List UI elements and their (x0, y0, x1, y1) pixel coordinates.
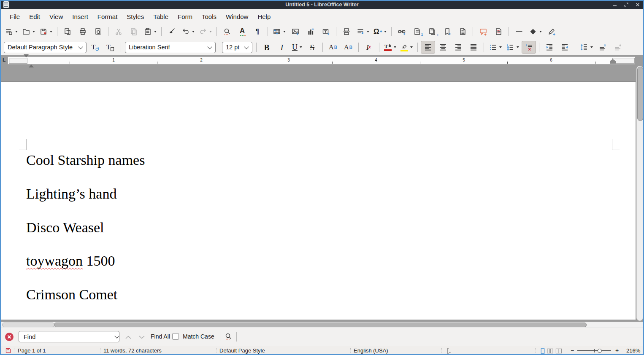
clone-formatting-button[interactable] (165, 25, 179, 38)
insert-text-box-button[interactable] (319, 25, 333, 38)
undo-button[interactable] (180, 25, 196, 38)
dropdown-arrow[interactable] (15, 31, 18, 32)
zoom-slider[interactable] (577, 350, 611, 351)
show-draw-functions-button[interactable] (544, 25, 559, 38)
find-all-button[interactable]: Find All (151, 333, 170, 340)
document-modified-icon[interactable] (5, 348, 11, 355)
dropdown-arrow[interactable] (32, 31, 35, 32)
document-page[interactable]: Cool Starship names Lighting’s hand Disc… (1, 82, 636, 320)
dropdown-arrow[interactable] (300, 46, 302, 48)
export-pdf-button[interactable] (60, 25, 75, 38)
menu-window[interactable]: Window (221, 11, 253, 22)
dropdown-arrow[interactable] (209, 31, 212, 32)
find-and-replace-button[interactable] (224, 332, 233, 341)
minimize-button[interactable] (612, 2, 618, 8)
document-line[interactable]: Cool Starship names (26, 153, 145, 167)
ordered-list-button[interactable] (504, 41, 521, 54)
single-page-view-button[interactable] (539, 348, 546, 355)
insert-image-button[interactable] (288, 25, 303, 38)
menu-tools[interactable]: Tools (197, 11, 221, 22)
horizontal-scrollbar-track[interactable] (2, 323, 54, 327)
superscript-button[interactable]: AB (326, 41, 340, 54)
match-case-label[interactable]: Match Case (183, 333, 214, 340)
dropdown-arrow[interactable] (590, 46, 593, 48)
spelling-button[interactable]: A (235, 25, 249, 38)
align-center-button[interactable] (436, 41, 450, 54)
find-and-replace-button[interactable] (220, 25, 234, 38)
track-changes-button[interactable] (491, 25, 506, 38)
font-color-button[interactable]: T (382, 41, 398, 54)
italic-button[interactable]: I (275, 41, 289, 54)
document-line[interactable]: Crimson Comet (26, 288, 117, 302)
no-list-button[interactable] (522, 41, 536, 54)
subscript-button[interactable]: AB (341, 41, 355, 54)
dropdown-arrow[interactable] (517, 46, 519, 48)
dropdown-arrow[interactable] (154, 31, 157, 32)
increase-paragraph-spacing-button[interactable] (595, 41, 610, 54)
strikethrough-button[interactable]: S (305, 41, 319, 54)
page-style-status[interactable]: Default Page Style (219, 347, 265, 354)
document-line[interactable]: toywagon 1500 (26, 254, 115, 268)
align-right-button[interactable] (451, 41, 465, 54)
line-spacing-button[interactable] (578, 41, 595, 54)
language-status[interactable]: English (USA) (354, 347, 388, 354)
dropdown-arrow[interactable] (384, 31, 387, 32)
insert-footnote-button[interactable]: 1 (410, 25, 424, 38)
open-button[interactable] (20, 25, 37, 38)
find-input-combobox[interactable] (19, 331, 119, 342)
multi-page-view-button[interactable] (547, 348, 554, 355)
find-input[interactable] (23, 333, 112, 341)
menu-styles[interactable]: Styles (122, 11, 149, 22)
insert-line-button[interactable] (512, 25, 526, 38)
dropdown-arrow[interactable] (192, 31, 195, 32)
menu-format[interactable]: Format (93, 11, 122, 22)
menu-file[interactable]: File (5, 11, 24, 22)
formatting-marks-button[interactable]: ¶ (250, 25, 265, 38)
page-number-status[interactable]: Page 1 of 1 (18, 347, 46, 354)
menu-help[interactable]: Help (253, 11, 275, 22)
menu-table[interactable]: Table (149, 11, 173, 22)
titlebar[interactable]: Untitled 5 - LibreOffice Writer (0, 0, 644, 9)
print-preview-button[interactable] (91, 25, 105, 38)
menu-form[interactable]: Form (173, 11, 197, 22)
zoom-slider-thumb[interactable] (598, 349, 602, 353)
unordered-list-button[interactable] (487, 41, 503, 54)
horizontal-scrollbar-thumb[interactable] (54, 323, 587, 327)
misspelled-word[interactable]: toywagon (26, 253, 83, 269)
dropdown-arrow[interactable] (410, 46, 413, 48)
dropdown-arrow[interactable] (539, 31, 542, 32)
align-left-button[interactable] (421, 41, 435, 54)
insert-field-button[interactable] (354, 25, 371, 38)
menu-view[interactable]: View (45, 11, 68, 22)
clear-formatting-button[interactable]: I✗ (362, 41, 376, 54)
dropdown-arrow[interactable] (283, 31, 286, 32)
insert-page-break-button[interactable] (339, 25, 354, 38)
justify-button[interactable] (466, 41, 481, 54)
selection-mode-icon[interactable] (445, 348, 452, 355)
insert-chart-button[interactable] (303, 25, 318, 38)
vertical-scrollbar-thumb[interactable] (637, 67, 643, 121)
book-view-button[interactable] (555, 348, 563, 355)
zoom-out-button[interactable]: − (571, 347, 574, 354)
increase-indent-button[interactable] (542, 41, 557, 54)
insert-comment-button[interactable] (476, 25, 490, 38)
dropdown-arrow[interactable] (367, 31, 369, 32)
highlight-color-button[interactable] (399, 41, 414, 54)
tab-stop-selector[interactable]: L (3, 57, 5, 63)
close-find-bar-button[interactable] (5, 333, 14, 341)
paragraph-style-combobox[interactable]: Default Paragraph Style (4, 42, 87, 53)
dropdown-arrow[interactable] (394, 46, 396, 48)
decrease-indent-button[interactable] (557, 41, 572, 54)
underline-button[interactable]: U (290, 41, 304, 54)
vertical-scrollbar[interactable] (636, 66, 643, 321)
chevron-down-icon[interactable] (114, 333, 119, 338)
document-line[interactable]: Disco Weasel (26, 221, 104, 235)
zoom-level-status[interactable]: 216% (626, 347, 640, 354)
new-document-button[interactable] (3, 25, 19, 38)
word-count-status[interactable]: 11 words, 72 characters (103, 347, 162, 354)
insert-hyperlink-button[interactable] (395, 25, 409, 38)
new-style-button[interactable]: T (103, 41, 118, 54)
insert-bookmark-button[interactable] (440, 25, 455, 38)
menu-insert[interactable]: Insert (68, 11, 93, 22)
insert-special-character-button[interactable]: Ω+ (372, 25, 388, 38)
